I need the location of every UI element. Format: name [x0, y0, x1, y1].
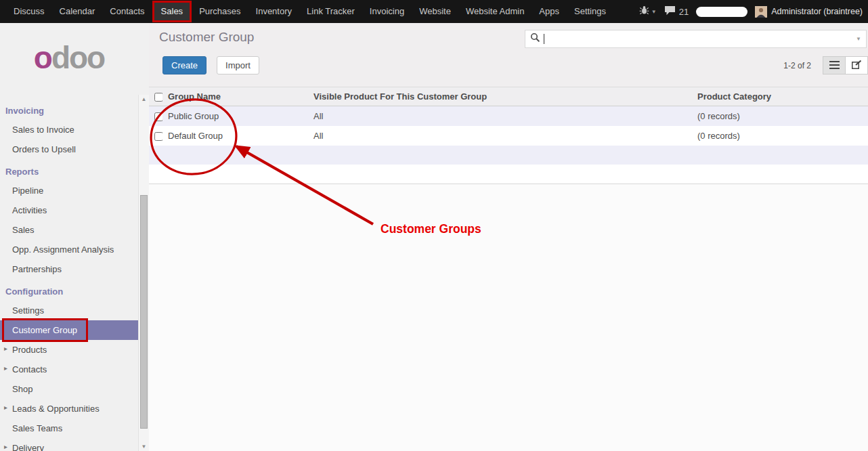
- table-row[interactable]: Default Group All (0 records): [149, 126, 868, 146]
- top-navbar: Discuss Calendar Contacts Sales Purchase…: [0, 0, 868, 23]
- row-select-cell: [149, 106, 162, 127]
- sidebar-item-leads-opportunities[interactable]: ▸ Leads & Opportunities: [0, 399, 138, 418]
- sidebar-heading-reports: Reports: [0, 161, 138, 181]
- select-all-checkbox[interactable]: [154, 93, 162, 102]
- sidebar-item-label: Leads & Opportunities: [12, 404, 100, 414]
- sidebar-item-label: Customer Group: [12, 325, 77, 335]
- user-menu[interactable]: Administrator (braintree): [755, 6, 863, 18]
- sidebar: odoo Invoicing Sales to Invoice Orders t…: [0, 23, 149, 451]
- empty-row: [149, 165, 868, 184]
- scrollbar-thumb[interactable]: [140, 195, 148, 429]
- nav-apps[interactable]: Apps: [531, 0, 567, 23]
- sidebar-item-label: Delivery: [12, 443, 44, 451]
- sidebar-item-products[interactable]: ▸ Products: [0, 340, 138, 360]
- column-header-product-category[interactable]: Product Category: [692, 87, 868, 106]
- nav-website[interactable]: Website: [412, 0, 458, 23]
- table-header-row: Group Name Visible Product For This Cust…: [149, 87, 868, 106]
- row-checkbox[interactable]: [154, 132, 162, 141]
- import-button[interactable]: Import: [217, 56, 259, 74]
- nav-link-tracker[interactable]: Link Tracker: [299, 0, 362, 23]
- list-view-button[interactable]: [823, 56, 846, 74]
- cell-group-name: Public Group: [162, 106, 308, 127]
- sidebar-item-sales-teams[interactable]: Sales Teams: [0, 418, 138, 438]
- sidebar-item-customer-group[interactable]: Customer Group: [0, 320, 138, 340]
- nav-contacts[interactable]: Contacts: [102, 0, 152, 23]
- sidebar-item-sales-to-invoice[interactable]: Sales to Invoice: [0, 120, 138, 139]
- scroll-up-icon[interactable]: ▲: [139, 96, 149, 102]
- cell-visible-product: All: [308, 106, 692, 127]
- text-cursor: [544, 34, 544, 44]
- nav-website-admin[interactable]: Website Admin: [458, 0, 531, 23]
- cell-group-name: Default Group: [162, 126, 308, 146]
- form-view-icon: [852, 60, 862, 72]
- sidebar-item-orders-to-upsell[interactable]: Orders to Upsell: [0, 139, 138, 159]
- nav-inventory[interactable]: Inventory: [248, 0, 299, 23]
- expand-arrow-icon: ▸: [4, 345, 7, 352]
- sidebar-item-shop[interactable]: Shop: [0, 379, 138, 399]
- nav-sales[interactable]: Sales: [154, 3, 190, 20]
- sidebar-heading-invoicing: Invoicing: [0, 100, 138, 120]
- sidebar-item-contacts[interactable]: ▸ Contacts: [0, 360, 138, 379]
- cell-visible-product: All: [308, 126, 692, 146]
- sidebar-item-opp-assignment-analysis[interactable]: Opp. Assignment Analysis: [0, 240, 138, 259]
- list-view-icon: [829, 60, 840, 72]
- nav-calendar[interactable]: Calendar: [52, 0, 103, 23]
- sidebar-scrollbar[interactable]: ▲ ▼: [138, 95, 149, 451]
- topbar-right: ▼ 21 Administrato: [639, 5, 868, 18]
- action-buttons: Create Import: [162, 56, 259, 74]
- search-box[interactable]: ▼: [525, 30, 867, 48]
- sidebar-menu: Invoicing Sales to Invoice Orders to Ups…: [0, 100, 138, 451]
- username: Administrator (braintree): [771, 7, 863, 16]
- sidebar-item-partnerships[interactable]: Partnerships: [0, 259, 138, 279]
- create-button[interactable]: Create: [162, 56, 207, 74]
- sidebar-item-delivery[interactable]: ▸ Delivery: [0, 438, 138, 451]
- expand-arrow-icon: ▸: [4, 443, 7, 450]
- table-row[interactable]: Public Group All (0 records): [149, 106, 868, 127]
- odoo-logo-text: odoo: [34, 39, 104, 76]
- nav-purchases[interactable]: Purchases: [192, 0, 248, 23]
- sidebar-item-label: Products: [12, 345, 47, 355]
- control-panel: Customer Group ▼ Create Import 1-2 of 2: [149, 23, 868, 87]
- search-icon: [530, 33, 540, 45]
- nav-invoicing[interactable]: Invoicing: [362, 0, 412, 23]
- page-title: Customer Group: [159, 30, 254, 45]
- messages-button[interactable]: 21: [664, 5, 689, 18]
- odoo-logo: odoo: [0, 23, 138, 92]
- customer-group-table: Group Name Visible Product For This Cust…: [149, 87, 868, 184]
- cell-product-category: (0 records): [692, 126, 868, 146]
- pager[interactable]: 1-2 of 2: [783, 61, 811, 70]
- bug-icon: [639, 5, 649, 18]
- sidebar-heading-configuration: Configuration: [0, 281, 138, 301]
- search-input[interactable]: [547, 33, 856, 45]
- main-content: Customer Group ▼ Create Import 1-2 of 2: [149, 23, 868, 451]
- column-header-visible-product[interactable]: Visible Product For This Customer Group: [308, 87, 692, 106]
- nav-discuss[interactable]: Discuss: [6, 0, 52, 23]
- row-select-cell: [149, 126, 162, 146]
- chevron-down-icon[interactable]: ▼: [856, 36, 861, 42]
- empty-row: [149, 146, 868, 165]
- nav-settings[interactable]: Settings: [567, 0, 613, 23]
- sidebar-item-label: Contacts: [12, 364, 47, 374]
- expand-arrow-icon: ▸: [4, 404, 7, 411]
- avatar: [755, 6, 767, 18]
- scroll-down-icon[interactable]: ▼: [139, 444, 149, 450]
- row-checkbox[interactable]: [154, 112, 162, 121]
- chevron-down-icon: ▼: [651, 9, 657, 15]
- sidebar-item-pipeline[interactable]: Pipeline: [0, 181, 138, 200]
- sidebar-item-activities[interactable]: Activities: [0, 200, 138, 220]
- sidebar-item-settings[interactable]: Settings: [0, 301, 138, 320]
- column-header-group-name[interactable]: Group Name: [162, 87, 308, 106]
- debug-menu[interactable]: ▼: [639, 5, 657, 18]
- cell-product-category: (0 records): [692, 106, 868, 127]
- select-all-cell: [149, 87, 162, 106]
- view-switcher: [823, 56, 868, 74]
- sidebar-item-sales[interactable]: Sales: [0, 220, 138, 240]
- status-pill: [696, 7, 747, 17]
- expand-arrow-icon: ▸: [4, 364, 7, 372]
- message-count: 21: [679, 7, 689, 17]
- chat-bubble-icon: [664, 5, 676, 18]
- page: Discuss Calendar Contacts Sales Purchase…: [0, 0, 868, 451]
- form-view-button[interactable]: [845, 56, 868, 74]
